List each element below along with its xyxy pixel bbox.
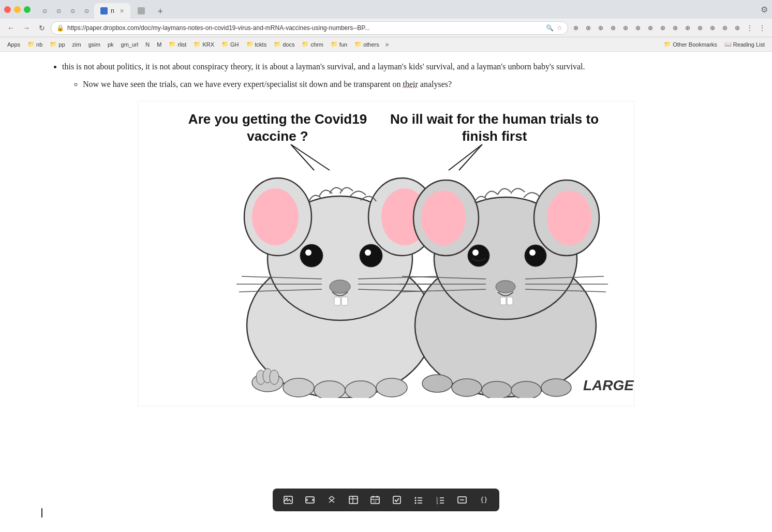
ext-icon-6[interactable]: ⊕ xyxy=(632,22,644,34)
bookmark-gh[interactable]: 📁 GH xyxy=(218,40,242,49)
bookmark-gm-url[interactable]: gm_url xyxy=(118,40,142,49)
bookmark-krx[interactable]: 📁 KRX xyxy=(190,40,217,49)
reload-button[interactable]: ↻ xyxy=(35,21,49,35)
svg-rect-42 xyxy=(500,297,506,305)
tab-pinned-3[interactable]: ⊙ xyxy=(66,4,79,18)
address-bar[interactable]: 🔒 https://paper.dropbox.com/doc/my-layma… xyxy=(51,21,568,35)
folder-icon-tckts: 📁 xyxy=(246,41,254,48)
gm-url-bookmark-label: gm_url xyxy=(121,41,139,48)
ext-icon-13[interactable]: ⊕ xyxy=(719,22,731,34)
bookmark-other-bookmarks[interactable]: 📁 Other Bookmarks xyxy=(661,40,720,49)
tab-close-button[interactable]: ✕ xyxy=(120,8,124,14)
ext-icon-14[interactable]: ⊕ xyxy=(732,22,743,34)
ext-icon-5[interactable]: ⊕ xyxy=(620,22,631,34)
folder-icon-chrm: 📁 xyxy=(302,41,309,48)
tab-pinned-4[interactable]: ⊙ xyxy=(80,4,93,18)
close-button[interactable] xyxy=(4,6,11,13)
minimize-button[interactable] xyxy=(14,6,21,13)
bookmark-reading-list[interactable]: 📖 Reading List xyxy=(721,40,768,49)
chrm-bookmark-label: chrm xyxy=(310,41,323,48)
bookmark-docs[interactable]: 📁 docs xyxy=(271,40,298,49)
traffic-lights xyxy=(4,6,31,13)
ext-icon-10[interactable]: ⊕ xyxy=(682,22,693,34)
more-icons-button[interactable]: ⋮ xyxy=(744,22,755,34)
bullet-list-button[interactable] xyxy=(411,493,426,507)
bookmark-tckts[interactable]: 📁 tckts xyxy=(243,40,270,49)
tab-favicon xyxy=(100,7,108,14)
forward-button[interactable]: → xyxy=(20,21,33,35)
svg-point-5 xyxy=(252,188,299,245)
navigation-toolbar: ← → ↻ 🔒 https://paper.dropbox.com/doc/my… xyxy=(0,19,772,37)
back-button[interactable]: ← xyxy=(4,21,18,35)
meme-container: Are you getting the Covid19 vaccine ? No… xyxy=(138,101,634,406)
collapse-button[interactable] xyxy=(455,493,469,507)
ext-icon-11[interactable]: ⊕ xyxy=(694,22,706,34)
window-controls: ⚙ xyxy=(761,5,768,14)
active-tab[interactable]: n ✕ xyxy=(94,3,130,19)
bookmark-zim[interactable]: zim xyxy=(69,40,84,49)
floating-toolbar: 12 xyxy=(273,489,499,511)
bookmark-gsim[interactable]: gsim xyxy=(85,40,103,49)
folder-icon-rlist: 📁 xyxy=(169,41,176,48)
folder-icon-krx: 📁 xyxy=(194,41,201,48)
insert-table-button[interactable] xyxy=(346,493,361,507)
bullet-item-1: this is not about politics, it is not ab… xyxy=(62,60,731,91)
insert-image-button[interactable] xyxy=(281,493,295,507)
sub-bullet-item-1: Now we have seen the trials, can we have… xyxy=(83,78,731,91)
krx-bookmark-label: KRX xyxy=(202,41,214,48)
chrome-menu-button[interactable]: ⋮ xyxy=(756,22,768,34)
ext-icon-9[interactable]: ⊕ xyxy=(670,22,681,34)
code-block-button[interactable]: {} xyxy=(477,493,491,507)
maximize-button[interactable] xyxy=(24,6,31,13)
svg-point-8 xyxy=(300,244,323,267)
ext-icon-12[interactable]: ⊕ xyxy=(707,22,718,34)
svg-point-10 xyxy=(360,244,382,267)
embed-button[interactable] xyxy=(303,493,317,507)
dropbox-icon[interactable] xyxy=(324,493,339,507)
insert-checkbox-button[interactable] xyxy=(390,493,404,507)
apps-bookmark-label: Apps xyxy=(7,41,20,48)
bullet-text-1: this is not about politics, it is not ab… xyxy=(62,62,585,71)
ext-icon-4[interactable]: ⊕ xyxy=(607,22,619,34)
search-icon[interactable]: 🔍 xyxy=(546,24,554,32)
rlist-bookmark-label: rlist xyxy=(177,41,186,48)
bookmark-rlist[interactable]: 📁 rlist xyxy=(166,40,189,49)
docs-bookmark-label: docs xyxy=(283,41,294,48)
svg-text:LARGE: LARGE xyxy=(583,377,634,393)
tab-pinned-1[interactable]: ⊙ xyxy=(38,4,51,18)
numbered-list-button[interactable]: 1. 2. 3. xyxy=(433,493,448,507)
ext-icon-3[interactable]: ⊕ xyxy=(595,22,606,34)
svg-point-72 xyxy=(415,503,417,504)
bookmark-fun[interactable]: 📁 fun xyxy=(328,40,350,49)
insert-calendar-button[interactable]: 12 xyxy=(368,493,382,507)
more-bookmarks-button[interactable]: » xyxy=(383,41,391,48)
ext-icon-7[interactable]: ⊕ xyxy=(645,22,656,34)
folder-icon-gh: 📁 xyxy=(221,41,229,48)
ext-icon-2[interactable]: ⊕ xyxy=(583,22,594,34)
new-tab-button[interactable]: + xyxy=(153,4,168,19)
settings-icon[interactable]: ⚙ xyxy=(761,5,768,14)
zim-bookmark-label: zim xyxy=(72,41,81,48)
ext-icon-1[interactable]: ⊕ xyxy=(570,22,582,34)
tab-favicon-2 xyxy=(138,7,145,14)
bookmark-n[interactable]: N xyxy=(142,40,153,49)
tab-title: n xyxy=(111,7,114,14)
text-cursor xyxy=(41,508,42,518)
inactive-tab[interactable] xyxy=(131,3,152,19)
svg-line-30 xyxy=(459,144,482,170)
star-icon[interactable]: ☆ xyxy=(557,24,562,32)
bookmark-chrm[interactable]: 📁 chrm xyxy=(299,40,326,49)
bookmark-pp[interactable]: 📁 pp xyxy=(47,40,68,49)
bookmark-others[interactable]: 📁 others xyxy=(351,40,382,49)
tab-pinned-2[interactable]: ⊙ xyxy=(52,4,65,18)
bookmark-apps[interactable]: Apps xyxy=(4,40,23,49)
folder-icon-pp: 📁 xyxy=(50,41,57,48)
bookmark-m[interactable]: M xyxy=(154,40,165,49)
bookmark-pk[interactable]: pk xyxy=(105,40,117,49)
svg-point-40 xyxy=(529,249,536,256)
svg-point-36 xyxy=(547,190,591,245)
svg-point-11 xyxy=(365,249,371,256)
bookmark-nb[interactable]: 📁 nb xyxy=(24,40,46,49)
ext-icon-8[interactable]: ⊕ xyxy=(657,22,669,34)
pk-bookmark-label: pk xyxy=(108,41,114,48)
